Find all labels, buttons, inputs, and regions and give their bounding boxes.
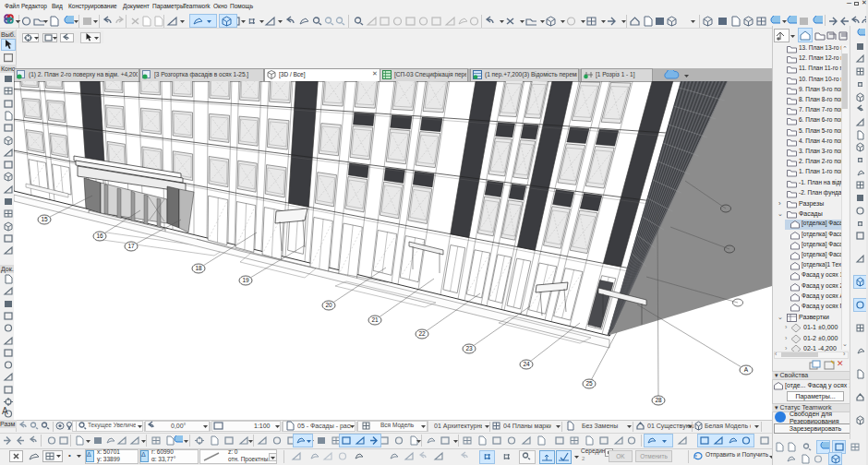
svg-text:20: 20 xyxy=(325,302,332,308)
svg-text:23: 23 xyxy=(465,345,473,352)
svg-text:16: 16 xyxy=(96,232,103,239)
svg-text:22: 22 xyxy=(418,330,426,337)
svg-text:17: 17 xyxy=(127,243,135,249)
svg-text:21: 21 xyxy=(371,316,379,323)
svg-text:25: 25 xyxy=(585,380,593,387)
svg-text:15: 15 xyxy=(41,216,48,222)
svg-text:19: 19 xyxy=(242,277,249,283)
svg-text:28: 28 xyxy=(655,397,662,403)
svg-text:24: 24 xyxy=(523,361,530,367)
svg-text:18: 18 xyxy=(195,265,202,271)
svg-text:А: А xyxy=(744,366,749,373)
